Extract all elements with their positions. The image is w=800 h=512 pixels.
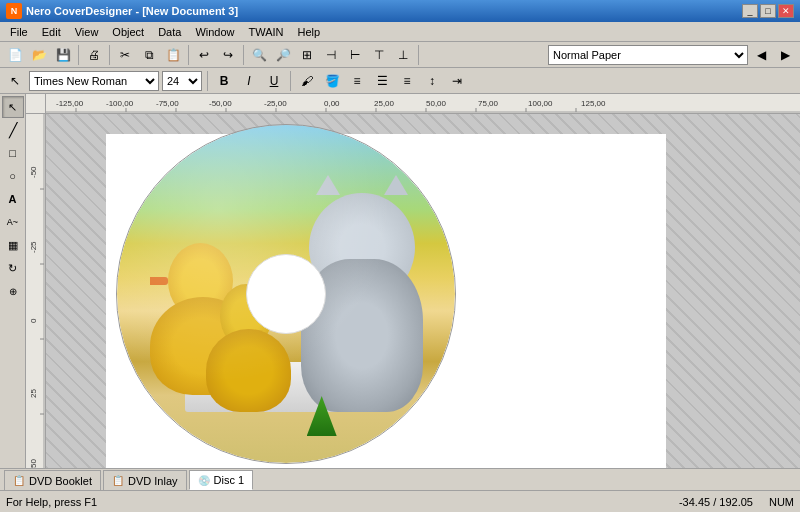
open-button[interactable]: 📂 [28, 44, 50, 66]
svg-text:-100,00: -100,00 [106, 99, 134, 108]
fill-icon[interactable]: 🪣 [321, 70, 343, 92]
disc-1-icon: 💿 [198, 475, 210, 486]
menu-file[interactable]: File [4, 24, 34, 40]
window-controls: _ □ ✕ [742, 4, 794, 18]
disc-center-hole [246, 254, 326, 334]
text-spacing[interactable]: ↕ [421, 70, 443, 92]
cut-button[interactable]: ✂ [114, 44, 136, 66]
zoom-out-button[interactable]: 🔎 [272, 44, 294, 66]
cursor-tool[interactable]: ↖ [4, 70, 26, 92]
paper-dropdown[interactable]: Normal Paper [548, 45, 748, 65]
select-tool[interactable]: ↖ [2, 96, 24, 118]
svg-text:-50,00: -50,00 [209, 99, 232, 108]
canvas-drawing-area[interactable] [46, 114, 800, 468]
font-sep-2 [290, 71, 291, 91]
line-tool[interactable]: ╱ [2, 119, 24, 141]
new-button[interactable]: 📄 [4, 44, 26, 66]
ruler-horizontal: -125,00 -100,00 -75,00 -50,00 -25,00 0,0… [46, 94, 800, 114]
grid-button[interactable]: ⊞ [296, 44, 318, 66]
zoom-in-button[interactable]: 🔍 [248, 44, 270, 66]
paper-prev-button[interactable]: ◀ [750, 44, 772, 66]
menu-object[interactable]: Object [106, 24, 150, 40]
svg-text:50: 50 [29, 459, 38, 468]
align-left-button[interactable]: ⊣ [320, 44, 342, 66]
svg-text:0,00: 0,00 [324, 99, 340, 108]
mode-display: NUM [769, 496, 794, 508]
canvas-area[interactable]: -125,00 -100,00 -75,00 -50,00 -25,00 0,0… [26, 94, 800, 468]
copy-button[interactable]: ⧉ [138, 44, 160, 66]
underline-button[interactable]: U [263, 70, 285, 92]
align-right-button[interactable]: ⊢ [344, 44, 366, 66]
save-button[interactable]: 💾 [52, 44, 74, 66]
menu-help[interactable]: Help [292, 24, 327, 40]
paper-next-button[interactable]: ▶ [774, 44, 796, 66]
title-bar-text: Nero CoverDesigner - [New Document 3] [26, 5, 238, 17]
text-tool[interactable]: A [2, 188, 24, 210]
svg-text:0: 0 [29, 318, 38, 323]
maximize-button[interactable]: □ [760, 4, 776, 18]
toolbar-sep-5 [418, 45, 419, 65]
rotate-tool[interactable]: ↻ [2, 257, 24, 279]
minimize-button[interactable]: _ [742, 4, 758, 18]
status-bar: For Help, press F1 -34.45 / 192.05 NUM [0, 490, 800, 512]
toolbar-font: ↖ Times New Roman 24 B I U 🖌 🪣 ≡ ☰ ≡ ↕ ⇥ [0, 68, 800, 94]
toolbar-sep-3 [188, 45, 189, 65]
paste-button[interactable]: 📋 [162, 44, 184, 66]
align-top-button[interactable]: ⊤ [368, 44, 390, 66]
svg-text:-50: -50 [29, 166, 38, 178]
align-bottom-button[interactable]: ⊥ [392, 44, 414, 66]
font-size-select[interactable]: 24 [162, 71, 202, 91]
italic-button[interactable]: I [238, 70, 260, 92]
rectangle-tool[interactable]: □ [2, 142, 24, 164]
print-button[interactable]: 🖨 [83, 44, 105, 66]
duckling-beak-1 [150, 277, 168, 285]
svg-text:50,00: 50,00 [426, 99, 447, 108]
toolbar-main: 📄 📂 💾 🖨 ✂ ⧉ 📋 ↩ ↪ 🔍 🔎 ⊞ ⊣ ⊢ ⊤ ⊥ Normal P… [0, 42, 800, 68]
svg-text:125,00: 125,00 [581, 99, 606, 108]
font-family-select[interactable]: Times New Roman [29, 71, 159, 91]
redo-button[interactable]: ↪ [217, 44, 239, 66]
ellipse-tool[interactable]: ○ [2, 165, 24, 187]
align-left-text[interactable]: ≡ [346, 70, 368, 92]
svg-text:-25,00: -25,00 [264, 99, 287, 108]
coordinates-display: -34.45 / 192.05 [679, 496, 753, 508]
tab-dvd-booklet[interactable]: 📋 DVD Booklet [4, 470, 101, 490]
text-indent[interactable]: ⇥ [446, 70, 468, 92]
left-toolbar: ↖ ╱ □ ○ A A~ ▦ ↻ ⊕ [0, 94, 26, 468]
bold-button[interactable]: B [213, 70, 235, 92]
paint-icon[interactable]: 🖌 [296, 70, 318, 92]
undo-button[interactable]: ↩ [193, 44, 215, 66]
menu-view[interactable]: View [69, 24, 105, 40]
tab-dvd-inlay[interactable]: 📋 DVD Inlay [103, 470, 187, 490]
svg-text:100,00: 100,00 [528, 99, 553, 108]
menu-bar: File Edit View Object Data Window TWAIN … [0, 22, 800, 42]
menu-edit[interactable]: Edit [36, 24, 67, 40]
align-right-text[interactable]: ≡ [396, 70, 418, 92]
text-curve-tool[interactable]: A~ [2, 211, 24, 233]
svg-text:-125,00: -125,00 [56, 99, 84, 108]
menu-data[interactable]: Data [152, 24, 187, 40]
paper-selector-area: Normal Paper ◀ ▶ [548, 44, 796, 66]
duckling-body-2 [206, 329, 291, 412]
kitten-ear-left [316, 175, 340, 195]
app-icon: N [6, 3, 22, 19]
disc-element[interactable] [116, 124, 456, 464]
svg-text:-25: -25 [29, 241, 38, 253]
toolbar-sep-2 [109, 45, 110, 65]
disc-outer-rim [116, 124, 456, 464]
dvd-inlay-icon: 📋 [112, 475, 124, 486]
zoom-tool[interactable]: ⊕ [2, 280, 24, 302]
svg-text:75,00: 75,00 [478, 99, 499, 108]
svg-text:25: 25 [29, 389, 38, 398]
tab-disc-1[interactable]: 💿 Disc 1 [189, 470, 254, 490]
help-text: For Help, press F1 [6, 496, 97, 508]
align-center-text[interactable]: ☰ [371, 70, 393, 92]
menu-twain[interactable]: TWAIN [243, 24, 290, 40]
toolbar-sep-4 [243, 45, 244, 65]
tab-dvd-booklet-label: DVD Booklet [29, 475, 92, 487]
menu-window[interactable]: Window [189, 24, 240, 40]
ruler-vertical: -50 -25 0 25 50 [26, 114, 46, 468]
dvd-booklet-icon: 📋 [13, 475, 25, 486]
image-tool[interactable]: ▦ [2, 234, 24, 256]
close-button[interactable]: ✕ [778, 4, 794, 18]
